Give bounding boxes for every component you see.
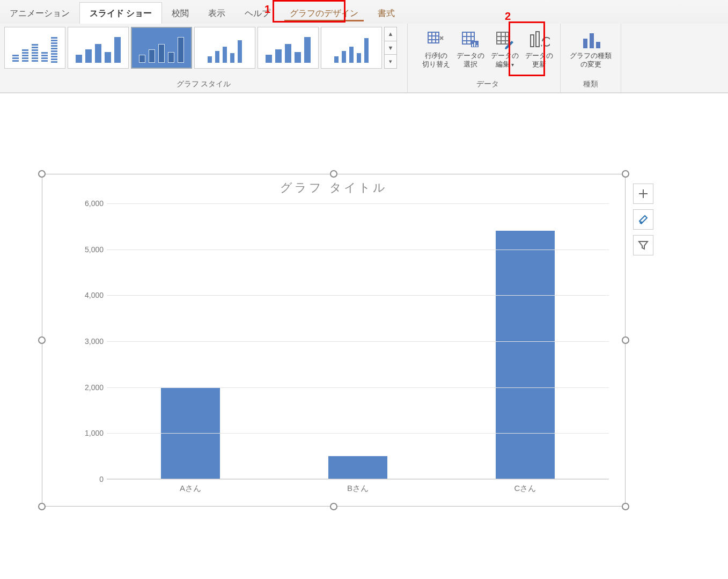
tab-format[interactable]: 書式: [368, 3, 405, 24]
chart-style-thumb-3[interactable]: [131, 27, 192, 69]
gallery-scroll: ▲ ▼ ▾: [384, 27, 397, 69]
chart-styles-button[interactable]: [633, 209, 653, 230]
y-tick-label: 0: [99, 475, 104, 483]
group-label-type: 種類: [561, 77, 621, 92]
resize-handle-tl[interactable]: [38, 170, 46, 178]
switch-row-column-icon: [420, 29, 453, 52]
y-tick-label: 4,000: [85, 291, 104, 299]
y-tick-label: 6,000: [85, 199, 104, 208]
svg-rect-6: [497, 32, 509, 44]
tab-review[interactable]: 校閲: [162, 3, 198, 24]
resize-handle-tm[interactable]: [330, 170, 337, 178]
edit-data-label-2: 編集: [496, 60, 510, 68]
x-tick-label: Cさん: [514, 479, 536, 494]
refresh-data-icon: [523, 29, 556, 52]
x-tick-label: Bさん: [347, 479, 369, 494]
chart-style-thumb-1[interactable]: [4, 27, 65, 69]
svg-rect-10: [590, 33, 594, 48]
tab-animation[interactable]: アニメーション: [0, 3, 79, 24]
chart-object[interactable]: グラフ タイトル 01,0002,0003,0004,0005,0006,000…: [42, 174, 626, 507]
refresh-data-button[interactable]: データの 更新: [523, 27, 556, 69]
grid-line: [107, 479, 609, 480]
x-tick-label: Aさん: [180, 479, 201, 494]
select-data-label-2: 選択: [454, 60, 487, 69]
svg-rect-8: [536, 32, 539, 47]
svg-rect-4: [474, 42, 475, 47]
tab-help[interactable]: ヘルプ: [235, 3, 280, 24]
grid-line: [107, 203, 609, 204]
switch-row-column-label-1: 行/列の: [420, 52, 453, 60]
chart-style-thumb-4[interactable]: [194, 27, 255, 69]
gallery-scroll-up[interactable]: ▲: [384, 27, 397, 41]
group-label-data: データ: [415, 77, 560, 92]
chart-elements-button[interactable]: [633, 184, 653, 204]
select-data-icon: [454, 29, 487, 52]
resize-handle-mr[interactable]: [622, 336, 629, 344]
grid-line: [107, 387, 609, 388]
gallery-scroll-down[interactable]: ▼: [384, 41, 397, 55]
y-tick-label: 3,000: [85, 337, 104, 346]
chart-style-thumb-5[interactable]: [258, 27, 319, 69]
change-chart-type-label-1: グラフの種類: [565, 52, 616, 60]
grid-line: [107, 295, 609, 296]
chart-title[interactable]: グラフ タイトル: [42, 174, 625, 199]
chart-style-thumb-2[interactable]: [68, 27, 129, 69]
change-chart-type-label-2: の変更: [565, 60, 616, 69]
svg-rect-5: [476, 45, 477, 47]
y-tick-label: 1,000: [85, 429, 104, 437]
edit-data-icon: [488, 29, 521, 52]
callout-number-1: 1: [264, 3, 270, 16]
svg-rect-0: [428, 32, 439, 43]
group-label-chart-styles: グラフ スタイル: [0, 77, 407, 92]
slide-canvas: グラフ タイトル 01,0002,0003,0004,0005,0006,000…: [0, 93, 728, 579]
svg-rect-9: [583, 39, 587, 48]
callout-number-2: 2: [505, 10, 511, 23]
grid-line: [107, 341, 609, 342]
y-tick-label: 2,000: [85, 383, 104, 392]
svg-rect-11: [596, 42, 600, 48]
edit-data-button[interactable]: データの 編集 ▾: [488, 27, 521, 69]
chart-side-tools: [633, 184, 655, 255]
edit-data-label-1: データの: [488, 52, 521, 60]
select-data-label-1: データの: [454, 52, 487, 60]
ribbon-body: ▲ ▼ ▾ グラフ スタイル 行/列の 切り替え データの 選択: [0, 24, 728, 93]
chevron-down-icon: ▾: [511, 62, 514, 68]
refresh-data-label-1: データの: [523, 52, 556, 60]
refresh-data-label-2: 更新: [523, 60, 556, 69]
tab-view[interactable]: 表示: [198, 3, 235, 24]
resize-handle-ml[interactable]: [38, 336, 46, 344]
tab-chart-design[interactable]: グラフのデザイン: [280, 3, 368, 24]
change-chart-type-icon: [565, 29, 616, 52]
switch-row-column-button[interactable]: 行/列の 切り替え: [420, 27, 453, 69]
resize-handle-br[interactable]: [622, 503, 629, 510]
chart-bar[interactable]: [496, 231, 555, 479]
resize-handle-tr[interactable]: [622, 170, 629, 178]
grid-line: [107, 250, 609, 250]
gallery-scroll-more[interactable]: ▾: [384, 55, 397, 69]
chart-style-thumb-6[interactable]: [321, 27, 382, 69]
chart-plot-area[interactable]: 01,0002,0003,0004,0005,0006,000 AさんBさんCさ…: [75, 203, 609, 479]
switch-row-column-label-2: 切り替え: [420, 60, 453, 69]
resize-handle-bl[interactable]: [38, 503, 46, 510]
y-tick-label: 5,000: [85, 245, 104, 254]
ribbon-tabs: アニメーション スライド ショー 校閲 表示 ヘルプ グラフのデザイン 書式: [0, 0, 728, 24]
resize-handle-bm[interactable]: [330, 503, 337, 510]
svg-rect-3: [472, 44, 473, 47]
tab-slideshow[interactable]: スライド ショー: [79, 2, 162, 24]
chart-style-gallery: [4, 27, 382, 69]
svg-rect-7: [531, 35, 534, 47]
chart-filter-button[interactable]: [633, 235, 653, 255]
select-data-button[interactable]: データの 選択: [454, 27, 487, 69]
change-chart-type-button[interactable]: グラフの種類 の変更: [565, 27, 616, 69]
chart-y-axis: 01,0002,0003,0004,0005,0006,000: [75, 203, 107, 479]
grid-line: [107, 433, 609, 434]
chart-bar[interactable]: [328, 456, 387, 479]
